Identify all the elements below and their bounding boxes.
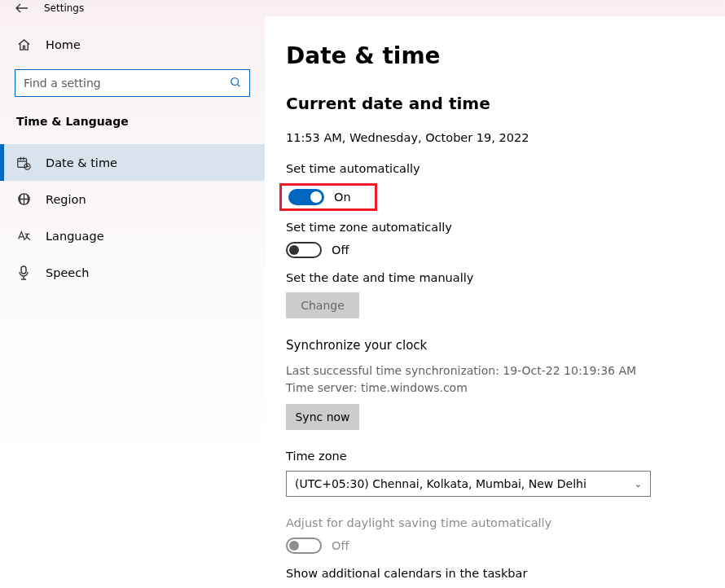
search-field[interactable] bbox=[24, 77, 225, 90]
sidebar-home[interactable]: Home bbox=[0, 33, 265, 57]
label-additional-calendars: Show additional calendars in the taskbar bbox=[286, 567, 704, 580]
label-set-manual: Set the date and time manually bbox=[286, 271, 704, 284]
sidebar-item-label: Language bbox=[46, 230, 104, 243]
search-input[interactable] bbox=[15, 69, 250, 97]
sync-info: Last successful time synchronization: 19… bbox=[286, 362, 704, 396]
toggle-set-time-auto[interactable]: On bbox=[279, 183, 377, 211]
search-icon bbox=[230, 77, 241, 90]
toggle-state: Off bbox=[332, 539, 349, 552]
chevron-down-icon: ⌄ bbox=[635, 479, 642, 489]
toggle-switch-icon bbox=[288, 189, 324, 205]
sync-heading: Synchronize your clock bbox=[286, 338, 704, 353]
section-current-time: Current date and time bbox=[286, 94, 704, 113]
content: Date & time Current date and time 11:53 … bbox=[265, 16, 725, 588]
sidebar-item-label: Region bbox=[46, 193, 86, 206]
sidebar-item-date-time[interactable]: Date & time bbox=[0, 144, 265, 181]
toggle-switch-icon bbox=[286, 538, 322, 554]
globe-icon bbox=[16, 192, 31, 207]
sidebar-category: Time & Language bbox=[0, 115, 265, 128]
label-set-tz-auto: Set time zone automatically bbox=[286, 221, 704, 234]
change-button[interactable]: Change bbox=[286, 292, 359, 318]
label-dst: Adjust for daylight saving time automati… bbox=[286, 516, 704, 529]
timezone-select[interactable]: (UTC+05:30) Chennai, Kolkata, Mumbai, Ne… bbox=[286, 471, 651, 497]
home-icon bbox=[16, 37, 31, 52]
sidebar-item-label: Speech bbox=[46, 266, 89, 279]
toggle-set-tz-auto[interactable]: Off bbox=[286, 242, 704, 258]
window-title: Settings bbox=[44, 2, 84, 14]
toggle-state: On bbox=[334, 191, 351, 204]
sidebar-item-region[interactable]: Region bbox=[0, 181, 265, 217]
page-title: Date & time bbox=[286, 42, 704, 69]
sync-last: Last successful time synchronization: 19… bbox=[286, 362, 704, 379]
label-timezone: Time zone bbox=[286, 450, 704, 463]
sidebar-item-speech[interactable]: Speech bbox=[0, 254, 265, 291]
current-datetime: 11:53 AM, Wednesday, October 19, 2022 bbox=[286, 131, 704, 144]
svg-point-0 bbox=[231, 78, 239, 86]
label-set-time-auto: Set time automatically bbox=[286, 162, 704, 175]
toggle-state: Off bbox=[332, 244, 349, 257]
sync-server: Time server: time.windows.com bbox=[286, 380, 704, 396]
microphone-icon bbox=[16, 265, 31, 280]
sidebar: Home Time & Language Date & time Region bbox=[0, 16, 265, 588]
svg-rect-1 bbox=[18, 159, 27, 168]
sync-now-button[interactable]: Sync now bbox=[286, 404, 359, 430]
sidebar-home-label: Home bbox=[46, 38, 81, 51]
timezone-value: (UTC+05:30) Chennai, Kolkata, Mumbai, Ne… bbox=[295, 477, 587, 490]
back-button[interactable] bbox=[15, 1, 29, 15]
toggle-dst: Off bbox=[286, 538, 704, 554]
sidebar-item-label: Date & time bbox=[46, 156, 117, 169]
calendar-clock-icon bbox=[16, 156, 31, 170]
sidebar-item-language[interactable]: Language bbox=[0, 217, 265, 254]
toggle-switch-icon bbox=[286, 242, 322, 258]
titlebar: Settings bbox=[0, 0, 725, 16]
language-icon bbox=[16, 229, 31, 244]
svg-rect-4 bbox=[21, 266, 26, 274]
sidebar-nav: Date & time Region Language Speech bbox=[0, 144, 265, 291]
